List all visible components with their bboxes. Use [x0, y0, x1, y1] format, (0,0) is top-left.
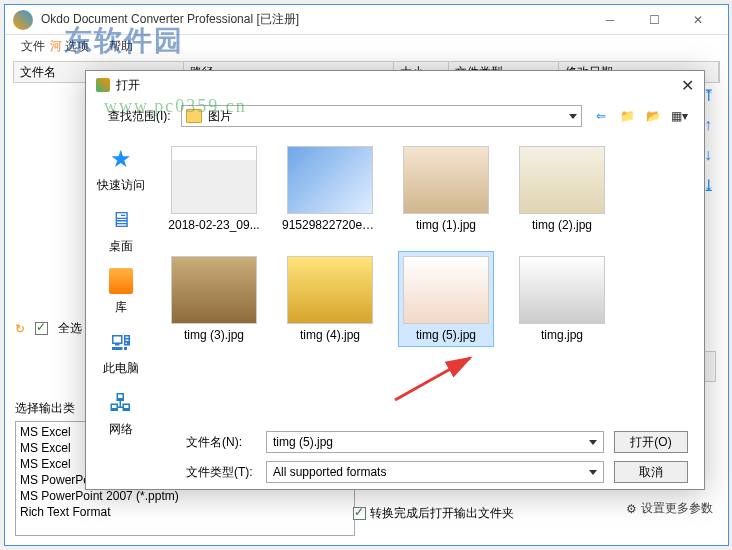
up-folder-icon[interactable]: 📁: [618, 107, 636, 125]
app-logo-icon: [13, 10, 33, 30]
pc-icon: 🖳: [105, 326, 137, 358]
place-network[interactable]: 🖧 网络: [105, 387, 137, 438]
title-bar: Okdo Document Converter Professional [已注…: [5, 5, 728, 35]
file-item[interactable]: timg (2).jpg: [514, 141, 610, 237]
filename-input[interactable]: timg (5).jpg: [266, 431, 604, 453]
thumbnail-icon: [519, 256, 605, 324]
chevron-down-icon: [589, 470, 597, 475]
gear-icon: ⚙: [626, 502, 637, 516]
list-item[interactable]: Rich Text Format: [18, 504, 352, 520]
filetype-combo[interactable]: All supported formats: [266, 461, 604, 483]
select-all-checkbox[interactable]: [35, 322, 48, 335]
more-params-button[interactable]: ⚙ 设置更多参数: [626, 500, 713, 517]
open-after-checkbox[interactable]: [353, 507, 366, 520]
cancel-button[interactable]: 取消: [614, 461, 688, 483]
select-all-label: 全选: [58, 320, 82, 337]
refresh-icon[interactable]: ↻: [15, 322, 25, 336]
place-quick[interactable]: ★ 快速访问: [97, 143, 145, 194]
chevron-down-icon: [569, 114, 577, 119]
file-item[interactable]: timg (1).jpg: [398, 141, 494, 237]
library-icon: [105, 265, 137, 297]
star-icon: ★: [105, 143, 137, 175]
file-view[interactable]: 2018-02-23_09... 91529822720e0... timg (…: [156, 137, 704, 427]
dialog-icon: [96, 78, 110, 92]
minimize-button[interactable]: ─: [588, 6, 632, 34]
dialog-title: 打开: [116, 77, 681, 94]
look-in-combo[interactable]: 图片: [181, 105, 582, 127]
thumbnail-icon: [287, 256, 373, 324]
menu-bar: 文件 选项 帮助: [5, 35, 728, 57]
open-after-row: 转换完成后打开输出文件夹: [353, 505, 514, 522]
dialog-close-button[interactable]: ✕: [681, 76, 694, 95]
open-button[interactable]: 打开(O): [614, 431, 688, 453]
back-icon[interactable]: ⇐: [592, 107, 610, 125]
thumbnail-icon: [171, 146, 257, 214]
menu-help[interactable]: 帮助: [101, 36, 141, 57]
network-icon: 🖧: [105, 387, 137, 419]
place-library[interactable]: 库: [105, 265, 137, 316]
folder-icon: [186, 109, 202, 123]
chevron-down-icon: [589, 440, 597, 445]
dialog-title-bar: 打开 ✕: [86, 71, 704, 99]
place-desktop[interactable]: 🖥 桌面: [105, 204, 137, 255]
file-item[interactable]: 2018-02-23_09...: [166, 141, 262, 237]
open-dialog: 打开 ✕ 查找范围(I): 图片 ⇐ 📁 📂 ▦▾ ★ 快速访问 🖥 桌面: [85, 70, 705, 490]
view-menu-icon[interactable]: ▦▾: [670, 107, 688, 125]
thumbnail-icon: [287, 146, 373, 214]
places-bar: ★ 快速访问 🖥 桌面 库 🖳 此电脑 🖧 网络: [86, 137, 156, 427]
look-in-label: 查找范围(I):: [108, 108, 171, 125]
maximize-button[interactable]: ☐: [632, 6, 676, 34]
file-item[interactable]: 91529822720e0...: [282, 141, 378, 237]
thumbnail-icon: [519, 146, 605, 214]
menu-options[interactable]: 选项: [57, 36, 97, 57]
window-title: Okdo Document Converter Professional [已注…: [41, 11, 588, 28]
filetype-label: 文件类型(T):: [186, 464, 256, 481]
desktop-icon: 🖥: [105, 204, 137, 236]
thumbnail-icon: [403, 256, 489, 324]
close-button[interactable]: ✕: [676, 6, 720, 34]
file-item[interactable]: timg (4).jpg: [282, 251, 378, 347]
menu-file[interactable]: 文件: [13, 36, 53, 57]
new-folder-icon[interactable]: 📂: [644, 107, 662, 125]
place-pc[interactable]: 🖳 此电脑: [103, 326, 139, 377]
look-in-value: 图片: [208, 108, 569, 125]
thumbnail-icon: [171, 256, 257, 324]
filename-label: 文件名(N):: [186, 434, 256, 451]
file-item[interactable]: timg.jpg: [514, 251, 610, 347]
file-item[interactable]: timg (3).jpg: [166, 251, 262, 347]
thumbnail-icon: [403, 146, 489, 214]
file-item-selected[interactable]: timg (5).jpg: [398, 251, 494, 347]
open-after-label: 转换完成后打开输出文件夹: [370, 505, 514, 522]
